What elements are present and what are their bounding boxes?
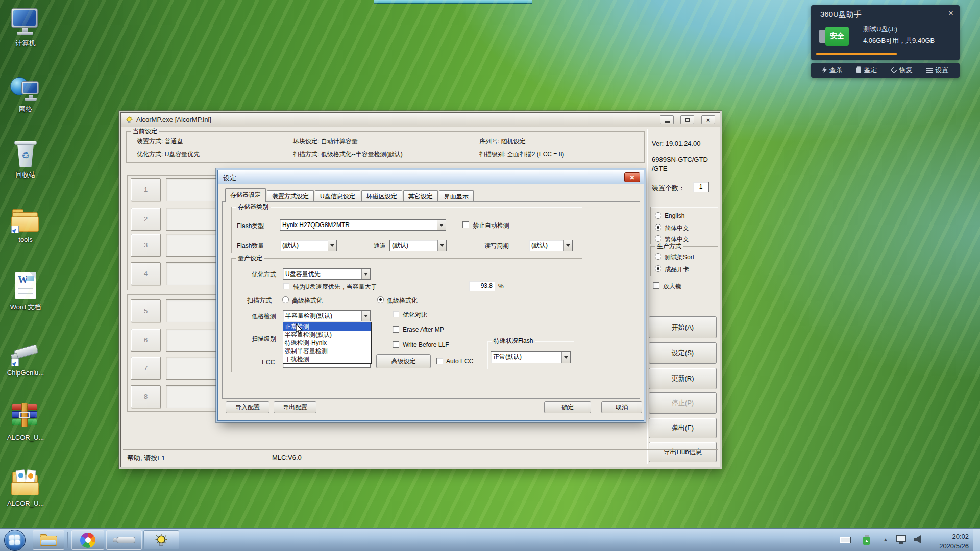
dropdown-arrow-icon[interactable] xyxy=(361,311,370,321)
special-flash-combo[interactable]: 正常(默认) xyxy=(491,351,571,363)
close-button[interactable]: × xyxy=(701,115,715,124)
disable-autodetect-checkbox[interactable] xyxy=(462,221,469,228)
stop-button[interactable]: 停止(P) xyxy=(649,392,717,414)
eject-button[interactable]: 弹出(E) xyxy=(649,418,717,438)
optimize-compare-checkbox[interactable] xyxy=(393,311,399,317)
desktop-icon-computer[interactable]: 计算机 xyxy=(2,7,49,48)
port-button-5[interactable]: 5 xyxy=(131,299,161,322)
port-button-7[interactable]: 7 xyxy=(131,357,161,380)
write-before-llf-checkbox[interactable] xyxy=(393,341,399,348)
maximize-button[interactable] xyxy=(680,115,694,124)
identify-action[interactable]: 鉴定 xyxy=(856,66,877,75)
dropdown-arrow-icon[interactable] xyxy=(561,352,570,363)
radio-english-label[interactable]: English xyxy=(665,212,684,219)
radio-simplified-chinese[interactable] xyxy=(655,224,662,231)
export-hub-info-button[interactable]: 导出Hub信息 xyxy=(649,442,717,462)
dropdown-arrow-icon[interactable] xyxy=(361,269,370,279)
disable-autodetect-label[interactable]: 禁止自动检测 xyxy=(473,221,509,230)
port-button-4[interactable]: 4 xyxy=(131,262,161,285)
dropdown-arrow-icon[interactable] xyxy=(437,240,446,251)
main-window-titlebar[interactable]: AlcorMP.exe [AlcorMP.ini] xyxy=(121,113,720,127)
update-button[interactable]: 更新(R) xyxy=(649,368,717,389)
dropdown-option-force-half[interactable]: 强制半容量检测 xyxy=(283,347,371,355)
port-button-1[interactable]: 1 xyxy=(131,178,161,201)
auto-ecc-checkbox[interactable] xyxy=(436,358,443,364)
erase-after-mp-label[interactable]: Erase After MP xyxy=(403,326,444,333)
dialog-titlebar[interactable]: 设定 xyxy=(218,170,644,184)
dialog-close-button[interactable]: ✕ xyxy=(624,172,640,182)
import-config-button[interactable]: 导入配置 xyxy=(226,401,270,413)
taskbar-clock[interactable]: 20:02 2020/5/26 xyxy=(925,532,969,551)
capacity-threshold-field[interactable]: 93.8 xyxy=(469,281,495,291)
write-before-llf-label[interactable]: Write Before LLF xyxy=(403,341,449,348)
scan-virus-action[interactable]: 查杀 xyxy=(822,66,843,75)
dropdown-option-special-hynix[interactable]: 特殊检测-Hynix xyxy=(283,339,371,347)
settings-button[interactable]: 设定(S) xyxy=(649,342,717,364)
port-button-2[interactable]: 2 xyxy=(131,208,161,231)
port-button-6[interactable]: 6 xyxy=(131,329,161,352)
radio-test-rack-sort[interactable] xyxy=(655,253,662,260)
device-count-field[interactable]: 1 xyxy=(693,182,709,192)
taskbar-alcormp-button[interactable] xyxy=(143,530,179,550)
radio-advanced-format[interactable] xyxy=(282,296,289,303)
desktop-icon-word-doc[interactable]: W Word 文档 xyxy=(2,271,49,312)
flash-type-combo[interactable]: Hynix H27QDG8M2MTR xyxy=(280,219,446,231)
radio-traditional-chinese[interactable] xyxy=(655,235,662,242)
optimize-compare-label[interactable]: 优化对比 xyxy=(403,311,427,319)
desktop-icon-alcor-rar[interactable]: ALCOR_U... xyxy=(2,402,49,441)
radio-lowlevel-format[interactable] xyxy=(377,296,384,303)
export-config-button[interactable]: 导出配置 xyxy=(274,401,316,413)
radio-finished-card-label[interactable]: 成品开卡 xyxy=(665,265,689,274)
taskbar-browser-button[interactable] xyxy=(71,530,104,550)
radio-finished-card[interactable] xyxy=(655,265,662,272)
auto-ecc-label[interactable]: Auto ECC xyxy=(446,358,473,365)
tab-device-mode-settings[interactable]: 装置方式设定 xyxy=(267,190,314,202)
radio-test-rack-sort-label[interactable]: 测试架Sort xyxy=(665,253,694,262)
speed-priority-label[interactable]: 转为U盘速度优先，当容量大于 xyxy=(293,283,377,291)
optimize-combo[interactable]: U盘容量优先 xyxy=(283,268,371,280)
desktop-icon-alcor-folder[interactable]: ALCOR_U... xyxy=(2,468,49,507)
dropdown-arrow-icon[interactable] xyxy=(564,240,572,251)
radio-advanced-format-label[interactable]: 高级格式化 xyxy=(292,296,323,305)
dropdown-arrow-icon[interactable] xyxy=(328,240,336,251)
tray-network-icon[interactable] xyxy=(896,535,906,544)
speed-priority-checkbox[interactable] xyxy=(283,283,289,289)
restore-action[interactable]: 恢复 xyxy=(891,66,913,75)
radio-simplified-chinese-label[interactable]: 简体中文 xyxy=(665,224,689,233)
erase-after-mp-checkbox[interactable] xyxy=(393,326,399,333)
magnifier-label[interactable]: 放大镜 xyxy=(663,282,681,291)
tab-other-settings[interactable]: 其它设定 xyxy=(403,190,438,202)
advanced-settings-button[interactable]: 高级设定 xyxy=(376,354,431,368)
tab-storage-settings[interactable]: 存储器设定 xyxy=(225,188,266,202)
tray-volume-icon[interactable] xyxy=(914,535,921,543)
port-button-8[interactable]: 8 xyxy=(131,385,161,408)
port-button-3[interactable]: 3 xyxy=(131,234,161,257)
ok-button[interactable]: 确定 xyxy=(544,401,591,413)
start-button[interactable] xyxy=(4,530,26,551)
tray-usb-safe-icon[interactable] xyxy=(863,535,870,545)
start-button[interactable]: 开始(A) xyxy=(649,316,717,338)
dropdown-option-interference[interactable]: 干扰检测 xyxy=(283,355,371,363)
desktop-icon-chipgenius[interactable]: ChipGeniu... xyxy=(2,337,49,377)
minimize-button[interactable] xyxy=(660,115,674,124)
llf-detect-combo[interactable]: 半容量检测(默认) xyxy=(283,310,371,321)
settings-action[interactable]: 设置 xyxy=(926,66,948,75)
tab-ui-display[interactable]: 界面显示 xyxy=(439,190,474,202)
top-dock-strip[interactable] xyxy=(374,0,532,4)
taskbar-usb-tool-button[interactable] xyxy=(106,530,142,550)
radio-lowlevel-format-label[interactable]: 低级格式化 xyxy=(387,296,418,305)
tray-keyboard-icon[interactable] xyxy=(840,537,851,543)
magnifier-checkbox[interactable] xyxy=(653,282,659,289)
usb-helper-close-icon[interactable]: × xyxy=(948,8,953,18)
tab-bad-sector-settings[interactable]: 坏磁区设定 xyxy=(361,190,402,202)
flash-count-combo[interactable]: (默认) xyxy=(280,240,337,251)
desktop-icon-tools-folder[interactable]: tools xyxy=(2,204,49,243)
tray-hidden-icons-arrow[interactable]: ▲ xyxy=(883,537,888,542)
rw-cycle-combo[interactable]: (默认) xyxy=(529,240,573,251)
desktop-icon-recycle-bin[interactable]: ♻ 回收站 xyxy=(2,139,49,180)
radio-english[interactable] xyxy=(655,212,662,219)
desktop-icon-network[interactable]: 网络 xyxy=(2,73,49,114)
show-desktop-button[interactable] xyxy=(973,529,980,551)
dropdown-arrow-icon[interactable] xyxy=(437,220,446,230)
tab-usb-info-settings[interactable]: U盘信息设定 xyxy=(315,190,360,202)
